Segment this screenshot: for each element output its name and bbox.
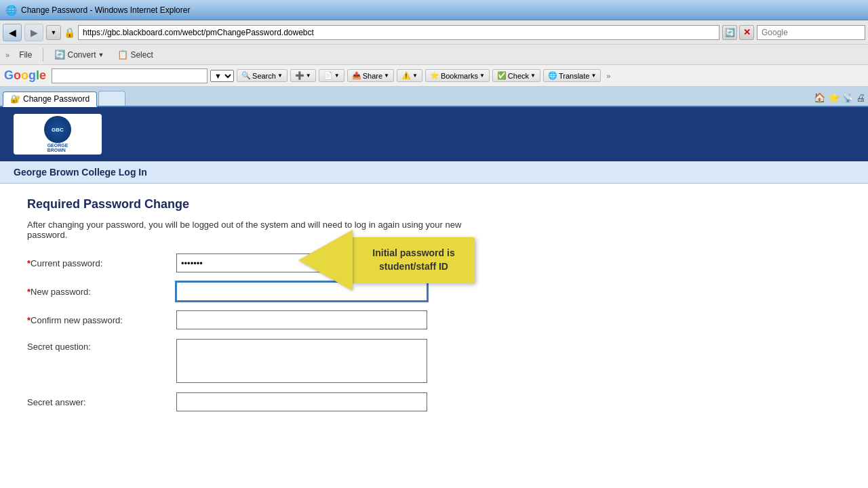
tooltip-container: Initial password is student/staff ID bbox=[298, 230, 475, 291]
warn-arrow: ▼ bbox=[412, 73, 418, 79]
window-title: Change Password - Windows Internet Explo… bbox=[21, 5, 190, 15]
logo-text: GEORGEBROWN bbox=[47, 143, 68, 152]
separator-1 bbox=[43, 48, 43, 62]
bookmarks-arrow: ▼ bbox=[479, 73, 485, 79]
logo-inner: GBC GEORGEBROWN bbox=[44, 116, 71, 152]
tab-right-actions: 🏠 ⭐ 📡 🖨 bbox=[814, 92, 865, 106]
tab-icon: 🔐 bbox=[10, 94, 20, 104]
secret-question-label: Secret question: bbox=[27, 339, 176, 352]
confirm-password-input[interactable] bbox=[176, 310, 427, 329]
new-password-label: *New password: bbox=[27, 287, 176, 297]
search-arrow: ▼ bbox=[277, 73, 283, 79]
select-label: Select bbox=[130, 50, 153, 60]
bookmarks-button[interactable]: ⭐ Bookmarks ▼ bbox=[425, 69, 490, 82]
ie-icon: 🌐 bbox=[5, 5, 17, 16]
translate-label: Translate bbox=[559, 72, 589, 80]
required-asterisk-1: * bbox=[27, 258, 31, 268]
current-password-label: *Current password: bbox=[27, 258, 176, 268]
tabs-bar: 🔐 Change Password 🏠 ⭐ 📡 🖨 bbox=[0, 87, 868, 107]
google-toolbar-search-input[interactable] bbox=[52, 68, 208, 83]
select-button[interactable]: 📋 Select bbox=[113, 47, 157, 62]
google-toolbar-expand[interactable]: » bbox=[606, 72, 610, 80]
refresh-button[interactable]: 🔄 bbox=[722, 25, 737, 40]
stop-button[interactable]: ✕ bbox=[739, 25, 754, 40]
tooltip-box: Initial password is student/staff ID bbox=[353, 237, 475, 283]
convert-button[interactable]: 🔄 Convert ▼ bbox=[50, 47, 108, 62]
page-header: GBC GEORGEBROWN bbox=[0, 107, 868, 161]
add-button[interactable]: ➕ ▼ bbox=[290, 69, 316, 82]
confirm-password-row: *Confirm new password: bbox=[27, 310, 841, 329]
menu-toolbar: » File 🔄 Convert ▼ 📋 Select bbox=[0, 45, 868, 65]
secret-question-input[interactable] bbox=[176, 339, 427, 383]
secret-answer-row: Secret answer: bbox=[27, 392, 841, 411]
section-title: Required Password Change bbox=[27, 197, 841, 211]
star-icon: ⭐ bbox=[430, 71, 439, 80]
forward-button[interactable]: ▶ bbox=[24, 24, 43, 41]
tooltip-arrow bbox=[298, 230, 353, 291]
google-search-dropdown[interactable]: ▼ bbox=[210, 70, 234, 82]
tab-change-password[interactable]: 🔐 Change Password bbox=[3, 92, 97, 107]
google-toolbar: Google ▼ 🔍 Search ▼ ➕ ▼ 📄 ▼ 📤 Share ▼ ⚠️… bbox=[0, 65, 868, 87]
convert-label: Convert bbox=[67, 50, 96, 60]
convert-arrow: ▼ bbox=[98, 52, 104, 58]
print-icon[interactable]: 🖨 bbox=[856, 92, 865, 103]
address-input[interactable] bbox=[78, 25, 719, 40]
page-button[interactable]: 📄 ▼ bbox=[319, 69, 344, 82]
select-icon: 📋 bbox=[117, 49, 128, 60]
page-arrow: ▼ bbox=[334, 73, 340, 79]
address-bar: ◀ ▶ ▼ 🔒 🔄 ✕ bbox=[0, 20, 868, 45]
toolbar-expand[interactable]: » bbox=[5, 51, 9, 59]
share-button[interactable]: 📤 Share ▼ bbox=[347, 69, 394, 82]
share-label: Share bbox=[363, 72, 382, 80]
check-button[interactable]: ✅ Check ▼ bbox=[492, 69, 540, 82]
tab-label: Change Password bbox=[23, 94, 90, 104]
page-icon: 📄 bbox=[323, 71, 333, 80]
main-content: Required Password Change After changing … bbox=[0, 184, 868, 434]
translate-icon: 🌐 bbox=[548, 71, 557, 80]
favorites-add-icon[interactable]: ⭐ bbox=[828, 92, 840, 103]
new-tab[interactable] bbox=[98, 91, 125, 106]
secret-question-row: Secret question: bbox=[27, 339, 841, 383]
check-label: Check bbox=[508, 72, 529, 80]
check-arrow: ▼ bbox=[530, 73, 536, 79]
login-header: George Brown College Log In bbox=[0, 161, 868, 184]
address-icon: 🔒 bbox=[64, 27, 75, 38]
back-button[interactable]: ◀ bbox=[3, 24, 22, 41]
google-search-input[interactable] bbox=[757, 25, 865, 40]
translate-button[interactable]: 🌐 Translate ▼ bbox=[543, 69, 601, 82]
check-icon: ✅ bbox=[497, 71, 507, 80]
tooltip-text: Initial password is student/staff ID bbox=[372, 247, 454, 272]
home-icon[interactable]: 🏠 bbox=[814, 92, 825, 103]
bookmarks-label: Bookmarks bbox=[441, 72, 478, 80]
dropdown-arrow[interactable]: ▼ bbox=[46, 25, 61, 40]
secret-answer-input[interactable] bbox=[176, 392, 427, 411]
add-icon: ➕ bbox=[295, 71, 304, 80]
search-icon: 🔍 bbox=[241, 71, 251, 80]
logo-circle: GBC bbox=[44, 116, 71, 143]
college-logo: GBC GEORGEBROWN bbox=[14, 114, 102, 155]
rss-icon[interactable]: 📡 bbox=[842, 93, 853, 103]
google-logo: Google bbox=[4, 68, 46, 83]
login-header-text: George Brown College Log In bbox=[14, 167, 147, 178]
required-asterisk-3: * bbox=[27, 315, 31, 325]
translate-arrow: ▼ bbox=[591, 73, 596, 79]
bookmarks-warning-icon[interactable]: ⚠️ ▼ bbox=[397, 69, 422, 82]
convert-icon: 🔄 bbox=[54, 49, 65, 60]
required-asterisk-2: * bbox=[27, 287, 31, 297]
warning-icon: ⚠️ bbox=[401, 71, 411, 80]
search-label: Search bbox=[252, 72, 276, 80]
share-arrow: ▼ bbox=[384, 73, 389, 79]
add-arrow: ▼ bbox=[306, 73, 311, 79]
secret-answer-label: Secret answer: bbox=[27, 397, 176, 407]
confirm-password-label: *Confirm new password: bbox=[27, 315, 176, 325]
search-button[interactable]: 🔍 Search ▼ bbox=[237, 69, 288, 82]
title-bar: 🌐 Change Password - Windows Internet Exp… bbox=[0, 0, 868, 20]
file-menu[interactable]: File bbox=[15, 48, 36, 62]
share-icon: 📤 bbox=[352, 71, 361, 80]
